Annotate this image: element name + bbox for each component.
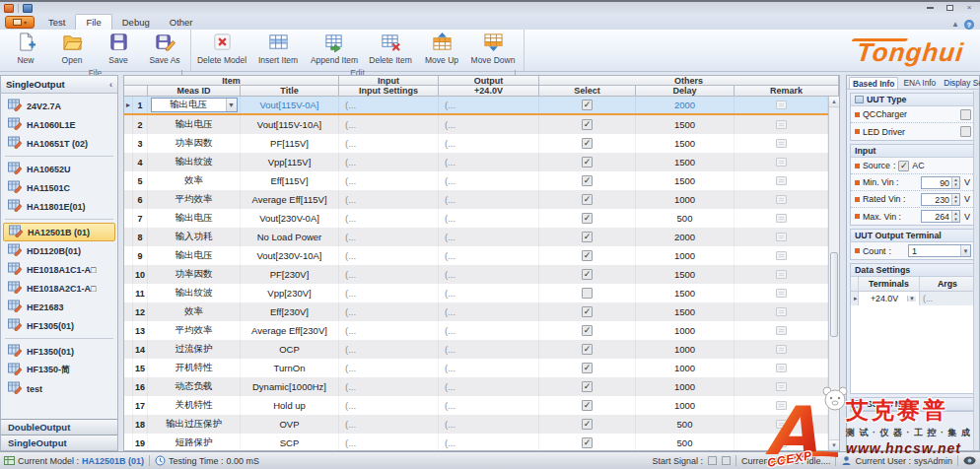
ribbon-tab-file[interactable]: File xyxy=(75,14,111,30)
meas-id-cell[interactable]: 效率 xyxy=(148,171,241,190)
remark-cell[interactable] xyxy=(735,415,828,434)
input-settings-cell[interactable]: (... xyxy=(339,171,439,190)
remark-note-icon[interactable] xyxy=(776,438,787,447)
remark-note-icon[interactable] xyxy=(776,382,787,391)
spinner-icon[interactable]: ▲▼ xyxy=(951,211,959,222)
input-settings-cell[interactable]: (... xyxy=(339,377,439,396)
ribbon-tab-debug[interactable]: Debug xyxy=(112,15,160,30)
collapse-icon[interactable]: ‹ xyxy=(109,80,112,90)
output-cell[interactable]: (... xyxy=(439,396,539,415)
remark-cell[interactable] xyxy=(735,359,828,377)
output-cell[interactable]: (... xyxy=(439,134,539,153)
ribbon-collapse-icon[interactable]: ▲ xyxy=(951,21,959,29)
quick-save-icon[interactable] xyxy=(23,4,33,13)
output-cell[interactable]: (... xyxy=(439,190,539,209)
remark-note-icon[interactable] xyxy=(776,100,787,109)
remark-cell[interactable] xyxy=(735,190,828,209)
remark-cell[interactable] xyxy=(735,340,828,359)
select-checkbox[interactable] xyxy=(582,419,593,430)
remark-cell[interactable] xyxy=(735,115,828,134)
output-cell[interactable]: (... xyxy=(439,153,539,171)
delay-cell[interactable]: 1500 xyxy=(636,284,735,302)
select-checkbox[interactable] xyxy=(582,232,593,242)
select-checkbox[interactable] xyxy=(582,175,593,186)
remark-note-icon[interactable] xyxy=(776,233,787,241)
output-cell[interactable]: (... xyxy=(439,359,539,377)
sidebar-item-HA11501C[interactable]: HA11501C xyxy=(3,178,115,197)
remark-note-icon[interactable] xyxy=(776,120,787,129)
grid-row-11[interactable]: 11输出纹波Vpp[230V](...(...1500 xyxy=(124,284,828,302)
remark-cell[interactable] xyxy=(735,209,828,228)
insert-item-button[interactable]: Insert Item xyxy=(250,31,306,68)
output-cell[interactable]: (... xyxy=(439,209,539,228)
title-cell[interactable]: No Load Power xyxy=(241,228,339,246)
input-settings-cell[interactable]: (... xyxy=(339,228,439,246)
ribbon-tab-other[interactable]: Other xyxy=(160,15,203,30)
move-up-button[interactable]: Move Up xyxy=(419,31,464,68)
spinner-icon[interactable]: ▲▼ xyxy=(951,177,959,188)
sidebar-item-HF1305(01)[interactable]: HF1305(01) xyxy=(3,316,115,335)
delay-cell[interactable]: 1000 xyxy=(636,396,735,415)
title-cell[interactable]: Vpp[115V] xyxy=(241,153,339,171)
delay-cell[interactable]: 500 xyxy=(636,415,735,434)
output-cell[interactable]: (... xyxy=(439,246,539,265)
title-cell[interactable]: Vout[230V-0A] xyxy=(241,209,339,228)
grid-row-2[interactable]: 2输出电压Vout[115V-10A](...(...1500 xyxy=(124,115,828,134)
delete-item-button[interactable]: Delete Item xyxy=(363,31,418,68)
meas-id-cell[interactable]: 功率因数 xyxy=(148,265,241,284)
count-dropdown[interactable]: 1 ▼ xyxy=(908,244,971,257)
input-settings-cell[interactable]: (... xyxy=(339,340,439,359)
title-cell[interactable]: Hold up xyxy=(241,396,339,415)
select-checkbox[interactable] xyxy=(582,437,593,448)
close-button[interactable]: × xyxy=(962,4,976,13)
select-checkbox[interactable] xyxy=(582,213,593,224)
ribbon-tab-test[interactable]: Test xyxy=(38,15,75,30)
grid-row-8[interactable]: 8输入功耗No Load Power(...(...2000 xyxy=(124,228,828,246)
remark-note-icon[interactable] xyxy=(776,176,787,185)
delay-cell[interactable]: 500 xyxy=(636,434,735,450)
led-driver-checkbox[interactable] xyxy=(960,126,971,137)
grid-row-19[interactable]: 19短路保护SCP(...(...500 xyxy=(124,434,828,450)
meas-id-cell[interactable]: 关机特性 xyxy=(148,396,241,415)
delay-cell[interactable]: 1000 xyxy=(636,321,735,340)
restore-button[interactable] xyxy=(943,4,956,13)
delay-cell[interactable]: 500 xyxy=(636,209,735,228)
sidebar-item-HE21683[interactable]: HE21683 xyxy=(3,298,115,316)
grid-row-1[interactable]: ▸1输出电压▼Vout[115V-0A](...(...2000 xyxy=(124,97,828,115)
input-settings-cell[interactable]: (... xyxy=(339,97,439,113)
delay-cell[interactable]: 1500 xyxy=(636,265,735,284)
grid-row-5[interactable]: 5效率Eff[115V](...(...1500 xyxy=(124,171,828,190)
remark-cell[interactable] xyxy=(735,228,828,246)
application-menu-button[interactable]: ▾ xyxy=(5,16,35,29)
select-checkbox[interactable] xyxy=(582,381,593,392)
title-cell[interactable]: Vout[115V-0A] xyxy=(241,97,339,113)
select-checkbox[interactable] xyxy=(582,250,593,261)
sidebar-item-HA12501B(01)[interactable]: HA12501B (01) xyxy=(3,223,115,241)
remark-note-icon[interactable] xyxy=(776,251,787,260)
terminal-dropdown[interactable]: +24.0V ▼ xyxy=(859,292,920,305)
title-cell[interactable]: TurnOn xyxy=(241,359,339,377)
select-checkbox[interactable] xyxy=(582,119,593,130)
output-cell[interactable]: (... xyxy=(439,97,539,113)
select-checkbox[interactable] xyxy=(582,194,593,205)
grid-row-7[interactable]: 7输出电压Vout[230V-0A](...(...500 xyxy=(124,209,828,228)
grid-row-14[interactable]: 14过流保护OCP(...(...1000 xyxy=(124,340,828,359)
tab-display-settings[interactable]: Display Settings xyxy=(941,77,980,89)
grid-row-9[interactable]: 9输出电压Vout[230V-10A](...(...1000 xyxy=(124,246,828,265)
remark-cell[interactable] xyxy=(735,153,828,171)
remark-note-icon[interactable] xyxy=(776,158,787,167)
new-button[interactable]: New xyxy=(3,31,48,68)
delay-cell[interactable]: 2000 xyxy=(636,228,735,246)
remark-note-icon[interactable] xyxy=(776,401,787,410)
output-cell[interactable]: (... xyxy=(439,415,539,434)
grid-row-12[interactable]: 12效率Eff[230V](...(...1500 xyxy=(124,302,828,321)
input-settings-cell[interactable]: (... xyxy=(339,415,439,434)
input-settings-cell[interactable]: (... xyxy=(339,302,439,321)
delay-cell[interactable]: 2000 xyxy=(636,97,735,113)
grid-scrollbar[interactable]: ▲ ▼ xyxy=(828,97,839,450)
spinner-icon[interactable]: ▲▼ xyxy=(951,194,959,205)
meas-id-cell[interactable]: 输出纹波 xyxy=(148,284,241,302)
meas-id-cell[interactable]: 输出过压保护 xyxy=(148,415,241,434)
remark-cell[interactable] xyxy=(735,321,828,340)
sidebar-item-HA10652U[interactable]: HA10652U xyxy=(3,160,115,178)
